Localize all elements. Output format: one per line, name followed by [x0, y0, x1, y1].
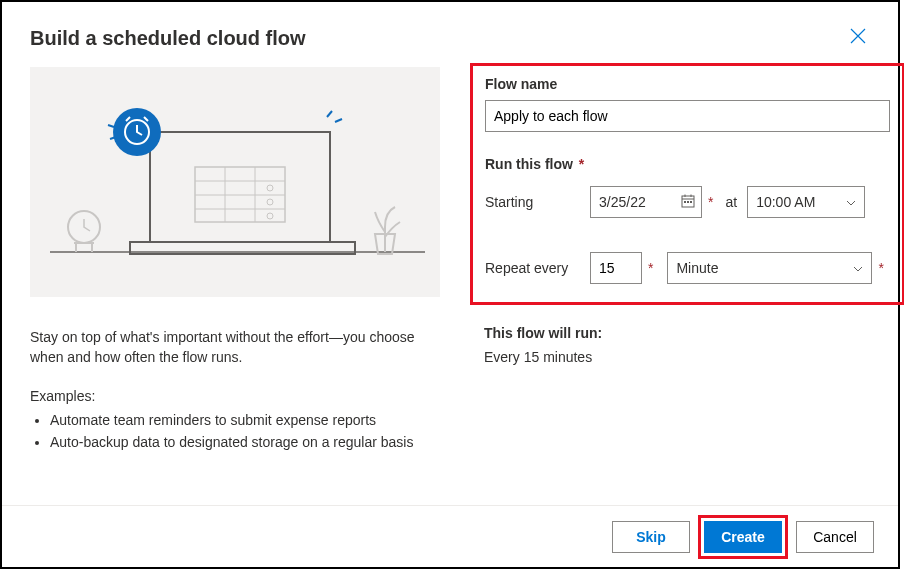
repeat-unit-select[interactable]: Minute — [667, 252, 872, 284]
examples-label: Examples: — [30, 386, 448, 406]
calendar-icon — [681, 194, 695, 211]
skip-button[interactable]: Skip — [612, 521, 690, 553]
close-icon[interactable] — [846, 24, 870, 53]
flow-name-input[interactable] — [485, 100, 890, 132]
example-item: Auto-backup data to designated storage o… — [50, 432, 448, 454]
required-asterisk: * — [878, 260, 883, 276]
svg-line-15 — [327, 111, 332, 117]
run-summary-label: This flow will run: — [484, 325, 904, 341]
svg-point-10 — [267, 213, 273, 219]
svg-point-9 — [267, 199, 273, 205]
create-button[interactable]: Create — [704, 521, 782, 553]
svg-point-8 — [267, 185, 273, 191]
description-text: Stay on top of what's important without … — [30, 327, 448, 368]
repeat-unit-value: Minute — [676, 260, 718, 276]
repeat-every-label: Repeat every — [485, 260, 590, 276]
dialog-header: Build a scheduled cloud flow — [2, 2, 898, 67]
scheduled-flow-dialog: Build a scheduled cloud flow — [0, 0, 900, 569]
flow-name-label: Flow name — [485, 76, 890, 92]
svg-line-16 — [335, 119, 342, 122]
required-asterisk: * — [708, 194, 713, 210]
left-pane: Stay on top of what's important without … — [30, 67, 448, 453]
svg-rect-22 — [684, 201, 686, 203]
svg-rect-24 — [690, 201, 692, 203]
form-highlight-box: Flow name Run this flow * Starting 3/25/… — [470, 63, 904, 305]
svg-line-13 — [108, 125, 114, 127]
starting-date-value: 3/25/22 — [599, 194, 646, 210]
svg-rect-23 — [687, 201, 689, 203]
examples-list: Automate team reminders to submit expens… — [30, 410, 448, 453]
example-item: Automate team reminders to submit expens… — [50, 410, 448, 432]
cancel-button[interactable]: Cancel — [796, 521, 874, 553]
required-asterisk: * — [648, 260, 653, 276]
dialog-footer: Skip Create Cancel — [2, 505, 898, 567]
starting-time-select[interactable]: 10:00 AM — [747, 186, 865, 218]
starting-date-picker[interactable]: 3/25/22 — [590, 186, 702, 218]
chevron-down-icon — [846, 197, 856, 208]
run-summary-text: Every 15 minutes — [484, 349, 904, 365]
run-this-flow-label: Run this flow * — [485, 156, 890, 172]
right-pane: Flow name Run this flow * Starting 3/25/… — [470, 67, 904, 453]
starting-time-value: 10:00 AM — [756, 194, 815, 210]
create-highlight-box: Create — [698, 515, 788, 559]
starting-label: Starting — [485, 194, 590, 210]
repeat-value-input[interactable] — [590, 252, 642, 284]
run-summary: This flow will run: Every 15 minutes — [470, 325, 904, 365]
illustration — [30, 67, 440, 297]
at-label: at — [725, 194, 737, 210]
dialog-title: Build a scheduled cloud flow — [30, 27, 306, 50]
chevron-down-icon — [853, 263, 863, 274]
